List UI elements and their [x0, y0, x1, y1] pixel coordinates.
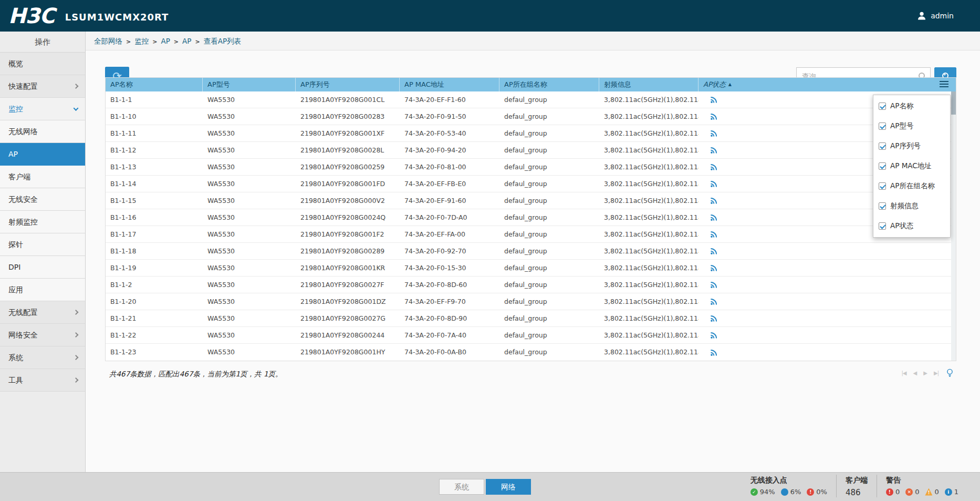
column-settings-button[interactable]: [940, 81, 948, 88]
radio-signal-icon[interactable]: [710, 298, 718, 305]
sidebar-item-probe[interactable]: 探针: [0, 233, 85, 256]
table-row[interactable]: B1-1-21WA5530219801A0YF9208G0027G74-3A-2…: [106, 310, 956, 327]
radio-signal-icon[interactable]: [710, 247, 718, 255]
radio-signal-icon[interactable]: [710, 349, 718, 356]
table-scrollbar[interactable]: [951, 91, 956, 361]
scrollbar-thumb[interactable]: [951, 91, 956, 115]
column-menu-item-ap-status[interactable]: AP状态: [873, 216, 950, 236]
breadcrumb-segment[interactable]: AP: [182, 37, 191, 45]
status-stat: ✓94%: [750, 488, 775, 496]
page-last-button[interactable]: ▶|: [934, 370, 939, 376]
sidebar-item-rf-monitoring[interactable]: 射频监控: [0, 211, 85, 233]
radio-signal-icon[interactable]: [710, 129, 718, 137]
column-menu-item-ap-group[interactable]: AP所在组名称: [873, 176, 950, 196]
bottom-tab-system[interactable]: 系统: [439, 479, 484, 495]
chevron-down-icon: [74, 106, 79, 111]
checkbox-icon[interactable]: [879, 103, 886, 110]
status-group-alarms: 警告!0✕0!0i1: [877, 475, 967, 497]
sidebar-item-wireless-security[interactable]: 无线安全: [0, 188, 85, 211]
radio-signal-icon[interactable]: [710, 146, 718, 154]
user-menu[interactable]: admin: [916, 0, 954, 32]
column-header-ap-name[interactable]: AP名称: [106, 78, 203, 91]
breadcrumb-segment[interactable]: 查看AP列表: [204, 37, 241, 45]
bottom-tab-network[interactable]: 网络: [486, 479, 531, 495]
table-row[interactable]: B1-1-16WA5530219801A0YF9208G0024Q74-3A-2…: [106, 209, 956, 226]
table-row[interactable]: B1-1-20WA5530219801A0YF9208G001DZ74-3A-2…: [106, 293, 956, 310]
column-menu-item-ap-model[interactable]: AP型号: [873, 116, 950, 136]
sidebar-item-quick-config[interactable]: 快速配置: [0, 75, 85, 98]
column-header-radio-info[interactable]: 射频信息: [599, 78, 698, 91]
sidebar: 操作 概览快速配置监控无线网络AP客户端无线安全射频监控探针DPI应用无线配置网…: [0, 32, 86, 472]
radio-signal-icon[interactable]: [710, 163, 718, 171]
table-row[interactable]: B1-1-23WA5530219801A0YF9208G001HY74-3A-2…: [106, 344, 956, 361]
cell-ap-mac: 74-3A-20-F0-53-40: [400, 125, 499, 141]
status-value: 486: [846, 488, 861, 497]
status-value: 94%: [760, 488, 775, 496]
column-header-ap-model[interactable]: AP型号: [203, 78, 296, 91]
column-header-ap-mac[interactable]: AP MAC地址: [400, 78, 499, 91]
cell-radio-info: 3,802.11ac(5GHz)(1),802.11ac(5G...: [599, 344, 698, 361]
checkbox-icon[interactable]: [879, 162, 886, 170]
column-menu-item-radio-info[interactable]: 射频信息: [873, 196, 950, 216]
table-row[interactable]: B1-1-18WA5530219801A0YF9208G0028974-3A-2…: [106, 243, 956, 260]
bulb-icon[interactable]: [946, 369, 953, 377]
radio-signal-icon[interactable]: [710, 264, 718, 272]
cell-ap-mac: 74-3A-20-F0-7D-A0: [400, 209, 499, 226]
column-menu-item-ap-serial[interactable]: AP序列号: [873, 136, 950, 156]
page-prev-button[interactable]: ◀: [913, 370, 917, 376]
radio-signal-icon[interactable]: [710, 314, 718, 322]
table-row[interactable]: B1-1-19WA5530219801A0YF9208G001KR74-3A-2…: [106, 260, 956, 277]
radio-signal-icon[interactable]: [710, 197, 718, 205]
radio-signal-icon[interactable]: [710, 230, 718, 238]
sidebar-item-monitoring[interactable]: 监控: [0, 98, 85, 120]
cell-ap-name: B1-1-11: [106, 125, 203, 141]
table-row[interactable]: B1-1-14WA5530219801A0YF9208G001FD74-3A-2…: [106, 176, 956, 192]
breadcrumb-segment[interactable]: AP: [161, 37, 170, 45]
sidebar-item-system[interactable]: 系统: [0, 346, 85, 369]
table-row[interactable]: B1-1-17WA5530219801A0YF9208G001F274-3A-2…: [106, 226, 956, 243]
radio-signal-icon[interactable]: [710, 331, 718, 339]
sidebar-item-wireless-network[interactable]: 无线网络: [0, 120, 85, 143]
app-window: H3C LSUM1WCMX20RT admin 操作 概览快速配置监控无线网络A…: [0, 0, 980, 501]
column-header-ap-serial[interactable]: AP序列号: [296, 78, 400, 91]
radio-signal-icon[interactable]: [710, 180, 718, 188]
sidebar-item-application[interactable]: 应用: [0, 279, 85, 301]
column-menu-item-ap-name[interactable]: AP名称: [873, 96, 950, 116]
breadcrumb-segment[interactable]: 监控: [134, 37, 149, 45]
page-first-button[interactable]: |◀: [901, 370, 906, 376]
column-menu-item-ap-mac[interactable]: AP MAC地址: [873, 156, 950, 176]
cell-ap-name: B1-1-22: [106, 327, 203, 343]
sidebar-item-network-security[interactable]: 网络安全: [0, 324, 85, 346]
sidebar-item-ap[interactable]: AP: [0, 143, 85, 166]
table-row[interactable]: B1-1-11WA5530219801A0YF9208G001XF74-3A-2…: [106, 125, 956, 142]
checkbox-icon[interactable]: [879, 222, 886, 230]
checkbox-icon[interactable]: [879, 142, 886, 150]
sidebar-item-wireless-config[interactable]: 无线配置: [0, 301, 85, 324]
table-row[interactable]: B1-1-2WA5530219801A0YF9208G0027F74-3A-20…: [106, 277, 956, 293]
table-row[interactable]: B1-1-22WA5530219801A0YF9208G0024474-3A-2…: [106, 327, 956, 344]
table-row[interactable]: B1-1-1WA5530219801A0YF9208G001CL74-3A-20…: [106, 91, 956, 108]
checkbox-icon[interactable]: [879, 202, 886, 210]
table-row[interactable]: B1-1-12WA5530219801A0YF9208G0028L74-3A-2…: [106, 142, 956, 159]
sidebar-item-tools[interactable]: 工具: [0, 369, 85, 392]
checkbox-icon[interactable]: [879, 122, 886, 130]
cell-ap-model: WA5530: [203, 125, 296, 141]
checkbox-icon[interactable]: [879, 182, 886, 190]
sidebar-item-overview[interactable]: 概览: [0, 53, 85, 75]
page-next-button[interactable]: ▶: [923, 370, 927, 376]
sidebar-item-dpi[interactable]: DPI: [0, 256, 85, 279]
table-row[interactable]: B1-1-13WA5530219801A0YF9208G0025974-3A-2…: [106, 159, 956, 176]
column-header-ap-status[interactable]: AP状态▲: [698, 78, 956, 91]
column-header-ap-group[interactable]: AP所在组名称: [499, 78, 599, 91]
breadcrumb-segment[interactable]: 全部网络: [94, 37, 122, 45]
cell-ap-serial: 219801A0YF9208G001DZ: [296, 293, 400, 310]
radio-signal-icon[interactable]: [710, 213, 718, 221]
radio-signal-icon[interactable]: [710, 281, 718, 289]
table-row[interactable]: B1-1-15WA5530219801A0YF9208G000V274-3A-2…: [106, 192, 956, 209]
table-row[interactable]: B1-1-10WA5530219801A0YF9208G0028374-3A-2…: [106, 108, 956, 125]
radio-signal-icon[interactable]: [710, 96, 718, 104]
column-menu: AP名称AP型号AP序列号AP MAC地址AP所在组名称射频信息AP状态: [873, 95, 951, 238]
radio-signal-icon[interactable]: [710, 113, 718, 120]
sidebar-item-client[interactable]: 客户端: [0, 166, 85, 188]
cell-ap-group: defaul_group: [499, 226, 599, 242]
